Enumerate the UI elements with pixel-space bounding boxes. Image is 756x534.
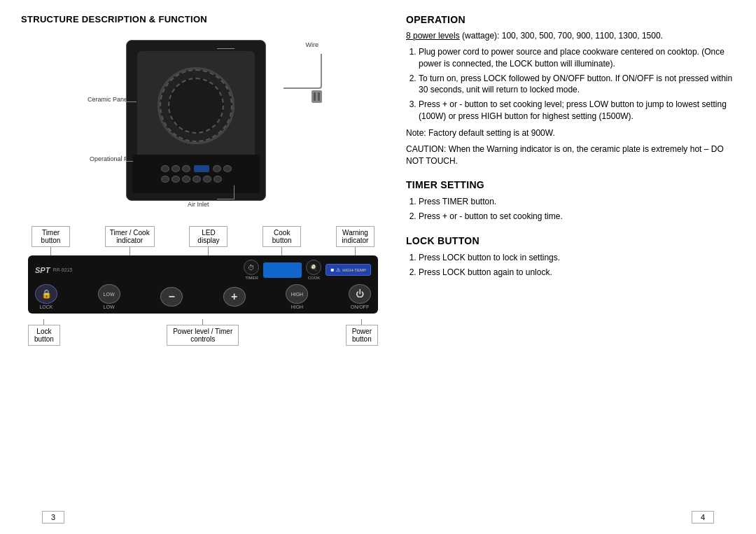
led-display-label: LED display: [189, 226, 227, 247]
left-section-title: STRUCTURE DESCRIPTION & FUNCTION: [21, 14, 385, 24]
device-diagram: Air Outlet Wire Ceramic Panel Operationa…: [21, 33, 385, 215]
brand-area: SPT RR-9215: [35, 266, 72, 274]
timer-button-label: Timer button: [31, 226, 70, 247]
lock-button-below-label: LOCK: [39, 304, 52, 309]
lock-title: LOCK BUTTON: [406, 235, 735, 246]
burner-circle: [158, 67, 234, 144]
warning-indicator-label: Warning indicator: [336, 226, 374, 247]
low-button-wrapper: LOW LOW: [98, 284, 120, 309]
onoff-button-below-label: ON/OFF: [351, 304, 369, 309]
plus-button[interactable]: +: [223, 287, 246, 307]
power-bottom-label: Power button: [346, 319, 378, 346]
left-column: STRUCTURE DESCRIPTION & FUNCTION Air Out…: [21, 14, 385, 493]
ceramic-panel: [137, 51, 255, 160]
page-footer: 3 4: [0, 507, 756, 534]
lock-button-wrapper: 🔒 LOCK: [35, 284, 57, 309]
low-button[interactable]: LOW: [98, 284, 120, 304]
high-button-below-label: HIGH: [291, 304, 304, 309]
left-page-number: 3: [42, 511, 64, 524]
minus-button-wrapper: −: [160, 287, 183, 307]
wire-area: [284, 54, 322, 103]
bottom-labels: Lock button Power level / Timer controls…: [21, 319, 385, 346]
timer-step-1: Press TIMER button.: [419, 196, 735, 208]
lock-step-2: Press LOCK button again to unlock.: [419, 267, 735, 279]
timer-section: TIMER SETTING Press TIMER button. Press …: [406, 179, 735, 223]
timer-indicator: ⏱ TIMER: [244, 260, 259, 280]
timer-steps: Press TIMER button. Press + or - button …: [406, 196, 735, 223]
air-inlet-label: Air Inlet: [188, 201, 209, 208]
cooktop-top-row: SPT RR-9215 ⏱ TIMER: [35, 260, 371, 280]
high-button[interactable]: HIGH: [286, 284, 308, 304]
op-buttons: [161, 165, 232, 183]
op-step-2: To turn on, press LOCK followed by ON/OF…: [419, 73, 735, 97]
lock-bottom-box: Lock button: [28, 325, 60, 346]
high-temp-badge: ■ ⚠ HIGH-TEMP: [326, 264, 371, 276]
onoff-button-wrapper: ⏻ ON/OFF: [349, 284, 371, 309]
timer-step-2: Press + or - button to set cooking time.: [419, 211, 735, 223]
plus-button-wrapper: +: [223, 287, 246, 307]
operation-title: OPERATION: [406, 14, 735, 25]
lock-button[interactable]: 🔒: [35, 284, 57, 304]
timer-cook-indicator-label: Timer / Cook indicator: [105, 226, 155, 247]
operation-section: OPERATION 8 power levels (wattage): 100,…: [406, 14, 735, 167]
device-body: [126, 40, 266, 201]
operation-note: Note: Factory default setting is at 900W…: [406, 128, 735, 138]
power-timer-bottom-label: Power level / Timer controls: [167, 319, 239, 346]
cook-indicator: 🍳 COOK: [306, 260, 321, 280]
cook-button-label-wrapper: Cook button: [262, 226, 301, 255]
operation-steps: Plug power cord to power source and plac…: [406, 46, 735, 122]
cook-button-label: Cook button: [262, 226, 301, 247]
right-page-box: 4: [692, 511, 714, 524]
right-page-number: 4: [692, 511, 714, 524]
cooktop-panel: SPT RR-9215 ⏱ TIMER: [28, 255, 378, 314]
power-levels-line: 8 power levels (wattage): 100, 300, 500,…: [406, 31, 735, 41]
lock-step-1: Press LOCK button to lock in settings.: [419, 252, 735, 264]
lock-section: LOCK BUTTON Press LOCK button to lock in…: [406, 235, 735, 279]
warning-indicator-label-wrapper: Warning indicator: [336, 226, 374, 255]
led-display: [263, 262, 302, 278]
power-levels-values: (wattage): 100, 300, 500, 700, 900, 1100…: [462, 31, 663, 41]
right-column: OPERATION 8 power levels (wattage): 100,…: [406, 14, 735, 493]
indicators-area: ⏱ TIMER 🍳 COOK ■: [244, 260, 371, 280]
timer-button-label-wrapper: Timer button: [31, 226, 70, 255]
op-panel: [132, 155, 260, 193]
power-bottom-box: Power button: [346, 325, 378, 346]
op-step-3: Press + or - button to set cooking level…: [419, 99, 735, 122]
lock-bottom-label: Lock button: [28, 319, 60, 346]
ceramic-panel-label: Ceramic Panel: [88, 96, 129, 103]
onoff-button[interactable]: ⏻: [349, 284, 371, 304]
cooktop-buttons-row[interactable]: 🔒 LOCK LOW LOW − +: [35, 284, 371, 309]
low-button-below-label: LOW: [104, 304, 115, 309]
power-levels-label: 8 power levels: [406, 31, 460, 41]
minus-button[interactable]: −: [160, 287, 183, 307]
model-number: RR-9215: [52, 267, 72, 272]
power-timer-bottom-box: Power level / Timer controls: [167, 325, 239, 346]
wire-label: Wire: [306, 41, 319, 48]
timer-title: TIMER SETTING: [406, 179, 735, 190]
led-display-label-wrapper: LED display: [189, 226, 227, 255]
high-button-wrapper: HIGH HIGH: [286, 284, 308, 309]
lock-steps: Press LOCK button to lock in settings. P…: [406, 252, 735, 279]
left-page-box: 3: [42, 511, 64, 524]
brand-name: SPT: [35, 266, 50, 274]
op-step-1: Plug power cord to power source and plac…: [419, 46, 735, 70]
operation-caution: CAUTION: When the Warning indicator is o…: [406, 143, 735, 167]
timer-cook-indicator-label-wrapper: Timer / Cook indicator: [105, 226, 155, 255]
